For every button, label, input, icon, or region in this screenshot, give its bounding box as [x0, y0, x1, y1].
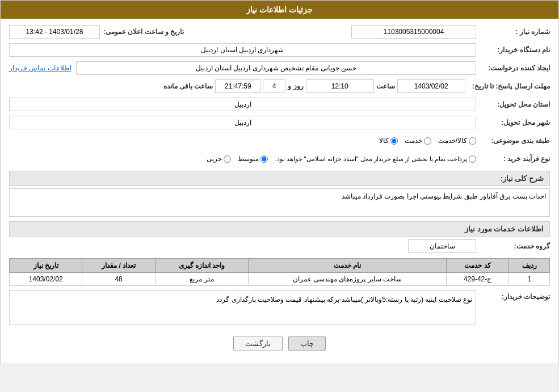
creator-value: حسن جویانی مقام تشخیص شهرداری اردبیل است…	[76, 61, 476, 75]
deadline-days: 4	[263, 79, 285, 93]
organization-label: نام دستگاه خریدار:	[476, 46, 550, 54]
need-number-value: 1103005315000004	[351, 25, 476, 39]
service-group-label: گروه خدمت:	[476, 242, 550, 250]
process-option-partial[interactable]: جزیی	[207, 155, 231, 163]
province-label: استان محل تحویل:	[476, 100, 550, 108]
category-label: طبقه بندی موضوعی:	[476, 137, 550, 145]
deadline-remaining-label: ساعت باقی مانده	[163, 82, 213, 90]
col-row: ردیف	[509, 259, 550, 273]
deadline-time-label: ساعت	[376, 82, 395, 90]
deadline-time: 12:10	[306, 79, 374, 93]
category-radio-group: کالا/خدمت خدمت کالا	[379, 137, 476, 145]
cell-name: ساخت سایر پروژه‌های مهندسی عمران	[249, 273, 447, 286]
service-group-value: ساختمان	[408, 239, 476, 253]
process-label: نوع فرآیند خرید :	[476, 155, 550, 163]
print-button[interactable]: چاپ	[288, 336, 326, 351]
col-unit: واحد اندازه گیری	[155, 259, 248, 273]
services-table-container: ردیف کد خدمت نام خدمت واحد اندازه گیری ت…	[9, 258, 550, 286]
category-option-khedmat[interactable]: خدمت	[405, 137, 431, 145]
province-value: اردبیل	[9, 98, 476, 111]
col-quantity: تعداد / مقدار	[82, 259, 155, 273]
page-title: جزئیات اطلاعات نیاز	[246, 5, 313, 14]
page-header: جزئیات اطلاعات نیاز	[1, 1, 558, 19]
city-value: اردبیل	[9, 116, 476, 129]
need-number-label: شماره نیاز :	[476, 28, 550, 36]
creator-link[interactable]: اطلاعات تماس خریدار	[9, 64, 72, 72]
button-row: چاپ بازگشت	[9, 329, 550, 358]
category-option-kala[interactable]: کالا	[379, 137, 398, 145]
process-option-note: پرداخت تمام یا بخشی از مبلغ خریدار محل "…	[275, 155, 476, 163]
cell-quantity: 48	[82, 273, 155, 286]
deadline-date: 1403/02/02	[397, 79, 465, 93]
services-section-header: اطلاعات خدمات مورد نیاز	[9, 221, 550, 237]
description-section-header: شرح کلی نیاز:	[9, 171, 550, 186]
cell-unit: متر مربع	[155, 273, 248, 286]
description-value: احداث پست برق آفاپاور طبق شرایط پیوستی ا…	[9, 188, 550, 217]
creator-label: ایجاد کننده درخواست:	[476, 64, 550, 72]
public-date-label: تاریخ و ساعت اعلان عمومی:	[100, 28, 184, 36]
process-radio-group: پرداخت تمام یا بخشی از مبلغ خریدار محل "…	[207, 155, 476, 163]
col-code: کد خدمت	[446, 259, 509, 273]
process-option-medium[interactable]: متوسط	[238, 155, 268, 163]
back-button[interactable]: بازگشت	[233, 336, 283, 351]
city-label: شهر محل تحویل:	[476, 119, 550, 127]
table-row: 1 ج-42-429 ساخت سایر پروژه‌های مهندسی عم…	[10, 273, 550, 286]
deadline-label: مهلت ارسال پاسخ: تا تاریخ:	[468, 82, 550, 90]
col-date: تاریخ نیاز	[10, 259, 82, 273]
cell-code: ج-42-429	[446, 273, 509, 286]
cell-row: 1	[509, 273, 550, 286]
services-table: ردیف کد خدمت نام خدمت واحد اندازه گیری ت…	[9, 258, 550, 286]
comments-section: توضیحات خریدار: نوع صلاحیت اینیه (رتبه ی…	[9, 290, 550, 324]
deadline-days-label: روز و	[288, 82, 303, 90]
category-option-kala-khedmat[interactable]: کالا/خدمت	[438, 137, 476, 145]
comments-value: نوع صلاحیت اینیه (رتبه یا رسته:5وبالاتر …	[9, 290, 476, 324]
col-name: نام خدمت	[249, 259, 447, 273]
cell-date: 1403/02/02	[10, 273, 82, 286]
organization-value: شهرداری اردبیل استان اردبیل	[9, 43, 476, 57]
comments-label: توضیحات خریدار:	[476, 290, 550, 301]
public-date-value: 1403/01/28 - 13:42	[9, 25, 100, 39]
deadline-remaining: 21:47:59	[215, 79, 260, 93]
